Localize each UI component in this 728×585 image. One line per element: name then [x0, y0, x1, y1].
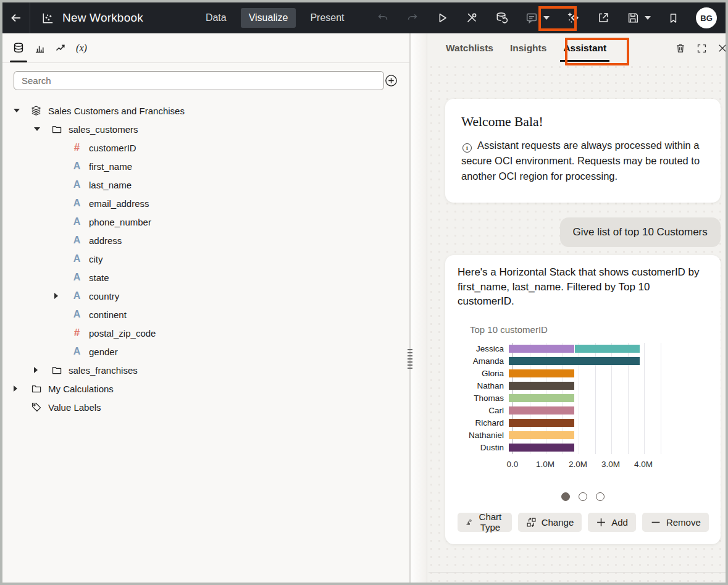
tree-item-country[interactable]: Acountry: [2, 287, 409, 305]
remove-button[interactable]: Remove: [642, 513, 709, 532]
tree-item-last-name[interactable]: Alast_name: [2, 175, 409, 194]
bar-segment: [509, 345, 574, 353]
number-field-icon: #: [70, 141, 83, 154]
chart-bar-row-richard: Richard: [458, 417, 709, 429]
save-caret-icon[interactable]: [645, 16, 651, 20]
text-field-icon: A: [70, 346, 83, 357]
search-input[interactable]: [14, 71, 384, 90]
tree-item-phone-number[interactable]: Aphone_number: [2, 213, 409, 231]
tag-icon: [30, 402, 43, 413]
expand-panel-button[interactable]: [696, 43, 708, 54]
avatar[interactable]: BG: [696, 7, 717, 28]
comments-button[interactable]: [525, 11, 550, 25]
chart-bar-track: [508, 355, 640, 368]
caret-down-icon[interactable]: [34, 127, 50, 131]
chart-y-label: Jessica: [458, 344, 508, 353]
tree-item-continent[interactable]: Acontinent: [2, 305, 409, 324]
tree-item-label: address: [89, 235, 122, 246]
tab-watchlists[interactable]: Watchlists: [446, 33, 493, 63]
main-content: (x) Sales Customers and Franchisessales_…: [2, 33, 726, 583]
change-button[interactable]: Change: [518, 513, 582, 532]
tree-item-my-calculations[interactable]: My Calculations: [2, 379, 409, 398]
caret-right-icon[interactable]: [34, 367, 50, 373]
tree-item-value-labels[interactable]: Value Labels: [2, 398, 409, 416]
comments-icon: [525, 11, 538, 25]
tree-item-customerid[interactable]: #customerID: [2, 138, 409, 157]
tree-item-sales-franchises[interactable]: sales_franchises: [2, 361, 409, 379]
tree-item-label: phone_number: [89, 217, 151, 227]
caret-right-icon[interactable]: [54, 293, 70, 299]
delete-conversation-button[interactable]: [674, 42, 687, 54]
tree-item-sales-customers-and-franchises[interactable]: Sales Customers and Franchises: [2, 101, 409, 120]
undo-button[interactable]: [376, 11, 390, 25]
chart-type-button[interactable]: Chart Type: [458, 513, 512, 532]
change-label: Change: [542, 517, 574, 528]
remove-icon: [650, 517, 661, 528]
caret-right-icon[interactable]: [14, 385, 30, 392]
panel-resize-handle[interactable]: [408, 349, 412, 370]
chart-x-tick: 4.0M: [634, 460, 653, 469]
back-button[interactable]: [2, 2, 30, 33]
tree-item-first-name[interactable]: Afirst_name: [2, 157, 409, 175]
comments-caret-icon[interactable]: [543, 16, 550, 20]
tab-data[interactable]: Data: [198, 8, 235, 28]
assistant-panel-header: Watchlists Insights Assistant: [427, 33, 726, 63]
save-button[interactable]: [626, 11, 651, 25]
tab-visualizations[interactable]: [29, 33, 50, 62]
pagination-dot-3[interactable]: [596, 492, 605, 501]
export-button[interactable]: [596, 11, 610, 25]
refresh-data-button[interactable]: [495, 11, 509, 25]
tree-item-sales-customers[interactable]: sales_customers: [2, 120, 409, 138]
chart-y-label: Nathaniel: [458, 431, 508, 440]
tools-button[interactable]: [465, 11, 479, 25]
bookmark-button[interactable]: [667, 12, 680, 25]
pagination-dot-2[interactable]: [579, 492, 587, 501]
text-field-icon: A: [70, 253, 83, 264]
tree-item-postal-zip-code[interactable]: #postal_zip_code: [2, 324, 409, 342]
run-button[interactable]: [435, 11, 449, 25]
tree-item-label: Value Labels: [48, 402, 101, 413]
chart-bar-row-carl: Carl: [458, 405, 709, 417]
chart-y-label: Thomas: [458, 394, 508, 403]
close-panel-button[interactable]: [717, 43, 726, 54]
result-pagination: [458, 492, 709, 501]
tree-item-email-address[interactable]: Aemail_address: [2, 194, 409, 213]
bookmark-icon: [667, 12, 680, 25]
assistant-response-card: Here's a Horizontal Stack that shows cus…: [445, 255, 721, 544]
chart-y-label: Dustin: [458, 443, 508, 452]
text-field-icon: A: [70, 161, 83, 172]
chart-y-label: Richard: [458, 418, 508, 427]
datasets-icon: [12, 41, 25, 55]
tree-item-city[interactable]: Acity: [2, 250, 409, 268]
tab-expressions[interactable]: (x): [71, 33, 92, 62]
tree-item-gender[interactable]: Agender: [2, 342, 409, 361]
add-circle-icon: [384, 74, 398, 88]
tab-visualize[interactable]: Visualize: [241, 8, 296, 28]
caret-down-icon[interactable]: [14, 109, 30, 112]
tab-assistant[interactable]: Assistant: [563, 33, 606, 63]
assistant-wand-button[interactable]: [566, 11, 580, 25]
add-button[interactable]: Add: [588, 513, 636, 532]
tree-item-label: country: [89, 291, 119, 301]
tree-item-state[interactable]: Astate: [2, 268, 409, 287]
panel-divider: [409, 33, 411, 583]
chart-y-label: Gloria: [458, 369, 508, 378]
tab-insights[interactable]: Insights: [510, 33, 546, 63]
chart-bar-row-jessica: Jessica: [458, 343, 709, 355]
tree-item-address[interactable]: Aaddress: [2, 231, 409, 250]
chart-canvas[interactable]: JessicaAmandaGloriaNathanThomasCarlRicha…: [458, 343, 709, 472]
add-icon: [596, 517, 606, 528]
bar-segment: [509, 431, 574, 439]
welcome-body: iAssistant requests are always processed…: [461, 138, 707, 184]
text-field-icon: A: [70, 198, 83, 209]
add-dataset-button[interactable]: [384, 74, 398, 88]
tab-analytics[interactable]: [50, 33, 71, 62]
expressions-icon: (x): [76, 43, 87, 54]
pagination-dot-1[interactable]: [561, 492, 570, 501]
tab-present[interactable]: Present: [302, 8, 352, 28]
tree-item-label: My Calculations: [48, 384, 114, 394]
tree-item-label: state: [89, 272, 109, 283]
redo-button[interactable]: [406, 11, 419, 25]
welcome-title: Welcome Bala!: [461, 114, 707, 130]
tab-datasets[interactable]: [8, 33, 29, 62]
